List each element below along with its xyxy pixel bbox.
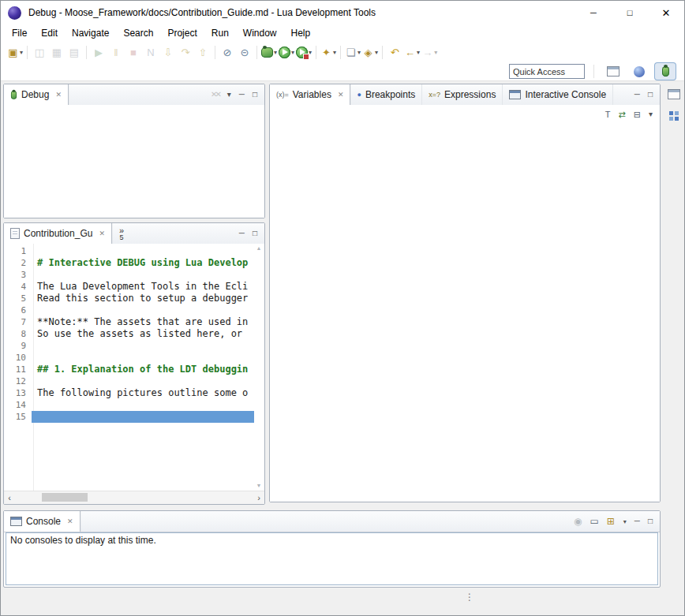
maximize-button[interactable]: □: [612, 1, 648, 24]
tab-contribution-guide[interactable]: Contribution_Gu ✕: [4, 223, 112, 244]
tab-expressions[interactable]: x=? Expressions: [422, 84, 503, 105]
open-console-icon[interactable]: ⊞: [607, 516, 615, 527]
step-filters-button[interactable]: ⊝: [236, 43, 253, 61]
console-output[interactable]: No consoles to display at this time.: [6, 532, 658, 585]
minimize-button[interactable]: ─: [575, 1, 612, 24]
editor-line[interactable]: 12: [4, 375, 254, 387]
editor-line[interactable]: 2# Interactive DEBUG using Lua Develop: [4, 257, 254, 269]
editor-line[interactable]: 14: [4, 399, 254, 411]
dropdown-caret[interactable]: ▾: [20, 49, 23, 56]
dropdown-caret[interactable]: ▾: [623, 518, 627, 525]
debug-view-body[interactable]: [4, 105, 264, 218]
variables-tree[interactable]: [270, 144, 660, 502]
menu-item-search[interactable]: Search: [116, 24, 160, 42]
editor-line[interactable]: 10: [4, 352, 254, 364]
open-perspective-button[interactable]: [603, 63, 623, 80]
debug-perspective-button[interactable]: [655, 63, 676, 80]
editor-line[interactable]: 15: [4, 411, 254, 423]
dropdown-caret[interactable]: ▾: [333, 49, 336, 56]
editor-line[interactable]: 11## 1. Explanation of the LDT debuggin: [4, 364, 254, 375]
quick-access-input[interactable]: [509, 64, 585, 79]
minimize-view-icon[interactable]: ─: [634, 517, 640, 525]
back-button[interactable]: ←▾: [403, 43, 421, 61]
editor-line[interactable]: 13The following pictures outline some o: [4, 387, 254, 399]
new-element-button[interactable]: ◈▾: [361, 43, 379, 61]
horizontal-scrollbar[interactable]: ‹ ›: [4, 491, 264, 504]
menu-item-window[interactable]: Window: [236, 24, 284, 42]
view-toolbar: ─ □: [627, 84, 660, 105]
editor-line[interactable]: 9: [4, 340, 254, 352]
tab-label: Breakpoints: [365, 89, 415, 100]
maximize-view-icon[interactable]: □: [648, 91, 653, 99]
close-tab-icon[interactable]: ✕: [67, 517, 73, 525]
ldt-perspective-button[interactable]: [629, 63, 649, 80]
scroll-down-icon[interactable]: ▼: [256, 483, 262, 488]
minimize-view-icon[interactable]: ─: [239, 230, 245, 237]
perspective-bar: [1, 62, 684, 81]
collapse-all-icon[interactable]: ⊟: [634, 110, 641, 119]
scrollbar-track[interactable]: [15, 491, 253, 504]
menu-item-help[interactable]: Help: [284, 24, 318, 42]
restore-minimized-view-button[interactable]: [665, 85, 683, 103]
debug-button[interactable]: ▾: [260, 43, 278, 61]
dropdown-caret[interactable]: ▾: [375, 49, 378, 56]
view-menu-icon[interactable]: ▾: [227, 91, 231, 99]
last-edit-icon: ↶: [389, 47, 401, 58]
variables-toolbar: T ⇄ ⊟ ▾: [270, 105, 660, 124]
scrollbar-thumb[interactable]: [42, 493, 88, 502]
editor-line[interactable]: 5Read this section to setup a debugger: [4, 293, 254, 304]
menu-item-project[interactable]: Project: [160, 24, 204, 42]
editor-line[interactable]: 1: [4, 245, 254, 257]
tab-console[interactable]: Console ✕: [4, 511, 80, 532]
editor-body[interactable]: 12# Interactive DEBUG using Lua Develop3…: [4, 244, 264, 491]
tab-interactive-console[interactable]: Interactive Console: [503, 84, 613, 105]
close-tab-icon[interactable]: ✕: [55, 91, 62, 99]
run-button[interactable]: ▾: [278, 43, 295, 61]
new-file-button[interactable]: ❏▾: [344, 43, 361, 61]
dropdown-caret[interactable]: ▾: [434, 49, 437, 56]
search-button[interactable]: ✦▾: [320, 43, 337, 61]
maximize-view-icon[interactable]: □: [253, 230, 257, 237]
close-tab-icon[interactable]: ✕: [99, 230, 105, 237]
last-edit-location-button[interactable]: ↶: [386, 43, 403, 61]
menu-item-run[interactable]: Run: [204, 24, 236, 42]
view-menu-icon[interactable]: ▾: [649, 110, 653, 118]
external-tools-button[interactable]: ▾: [295, 43, 313, 61]
dropdown-caret[interactable]: ▾: [291, 49, 294, 56]
minimize-view-icon[interactable]: ─: [634, 91, 640, 99]
window-title: Debug - Moose_Framework/docs/Contributio…: [28, 7, 376, 18]
editor-tab-overflow[interactable]: » 5: [112, 223, 131, 244]
minimized-view-stack-button[interactable]: [665, 107, 683, 125]
new-wizard-button[interactable]: ▣▾: [6, 43, 24, 61]
scroll-left-icon[interactable]: ‹: [4, 494, 15, 502]
drag-handle[interactable]: ⋮: [465, 592, 474, 602]
tab-debug[interactable]: Debug ✕: [4, 84, 69, 105]
dropdown-caret[interactable]: ▾: [274, 49, 277, 56]
variables-view-body: T ⇄ ⊟ ▾: [270, 105, 660, 502]
display-console-icon[interactable]: ▭: [590, 516, 598, 527]
editor-line[interactable]: 4The Lua Development Tools in the Ecli: [4, 281, 254, 293]
logical-structure-icon[interactable]: ⇄: [619, 110, 626, 119]
show-type-names-icon[interactable]: T: [605, 110, 611, 119]
minimize-view-icon[interactable]: ─: [239, 91, 245, 99]
dropdown-caret[interactable]: ▾: [357, 49, 361, 56]
close-tab-icon[interactable]: ✕: [338, 91, 344, 99]
scroll-right-icon[interactable]: ›: [253, 494, 264, 502]
maximize-view-icon[interactable]: □: [648, 517, 653, 525]
maximize-view-icon[interactable]: □: [253, 91, 257, 99]
dropdown-caret[interactable]: ▾: [417, 49, 420, 56]
editor-line[interactable]: 6: [4, 304, 254, 316]
menu-item-navigate[interactable]: Navigate: [65, 24, 116, 42]
editor-line[interactable]: 3: [4, 269, 254, 281]
close-button[interactable]: ✕: [648, 1, 684, 24]
editor-line[interactable]: 8So use the assets as listed here, or: [4, 328, 254, 340]
pin-console-icon: ◉: [574, 516, 582, 527]
scroll-up-icon[interactable]: ▲: [256, 245, 262, 251]
editor-line[interactable]: 7**Note:** The assets that are used in: [4, 316, 254, 328]
menu-item-file[interactable]: File: [5, 24, 34, 42]
vertical-scrollbar[interactable]: ▲ ▼: [254, 245, 264, 488]
skip-breakpoints-button[interactable]: ⊘: [219, 43, 236, 61]
menu-item-edit[interactable]: Edit: [34, 24, 65, 42]
tab-breakpoints[interactable]: ● Breakpoints: [350, 84, 422, 105]
tab-variables[interactable]: (x)= Variables ✕: [270, 84, 350, 105]
